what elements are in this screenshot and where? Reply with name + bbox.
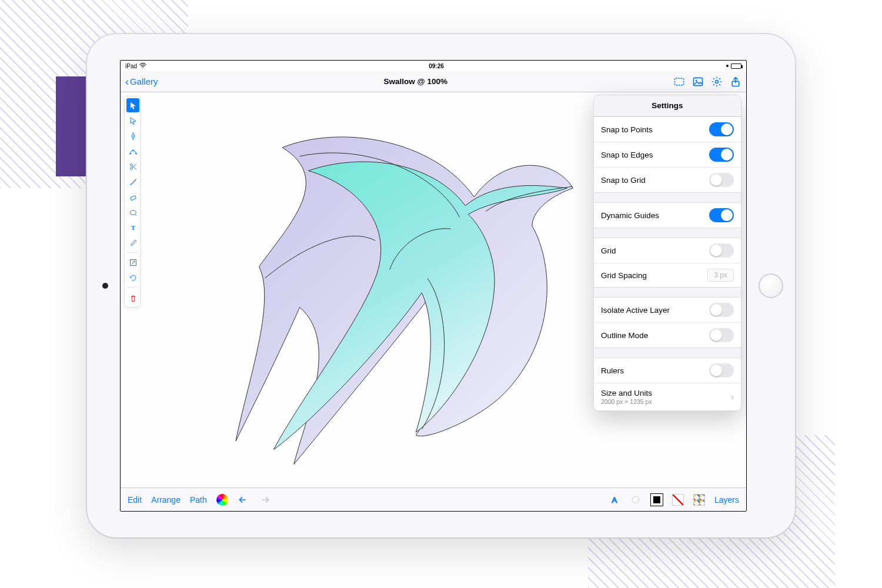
svg-point-3 xyxy=(716,80,719,83)
svg-text:A: A xyxy=(612,496,617,505)
decorative-purple-block xyxy=(56,76,91,176)
fill-swatch[interactable] xyxy=(672,494,684,506)
svg-point-5 xyxy=(132,135,133,136)
toggle-snap-grid[interactable] xyxy=(709,173,734,187)
chevron-left-icon: ‹ xyxy=(125,76,129,87)
charging-icon xyxy=(726,65,729,67)
rotate-tool[interactable] xyxy=(126,270,139,285)
brush-tool[interactable] xyxy=(126,175,139,189)
sub-size-units: 2000 px × 1235 px xyxy=(601,398,652,405)
row-grid: Grid xyxy=(594,238,741,263)
status-bar: iPad 09:26 xyxy=(121,61,746,71)
label-outline-mode: Outline Mode xyxy=(601,331,648,340)
ipad-home-button[interactable] xyxy=(759,273,783,298)
svg-rect-11 xyxy=(130,195,136,200)
back-label: Gallery xyxy=(130,76,158,86)
tool-palette: T xyxy=(124,96,141,308)
label-snap-grid: Snap to Grid xyxy=(601,176,646,185)
toggle-dynamic-guides[interactable] xyxy=(709,208,734,222)
settings-group-view: Isolate Active Layer Outline Mode xyxy=(594,297,741,348)
add-anchor-tool[interactable] xyxy=(126,144,139,158)
navigation-bar: ‹ Gallery Swallow @ 100% xyxy=(121,71,746,92)
share-icon[interactable] xyxy=(730,76,741,88)
pen-tool[interactable] xyxy=(126,129,139,143)
edit-menu[interactable]: Edit xyxy=(128,495,142,505)
svg-point-8 xyxy=(132,149,134,151)
select-tool[interactable] xyxy=(126,98,139,112)
label-isolate-layer: Isolate Active Layer xyxy=(601,306,670,315)
swatches-icon[interactable] xyxy=(693,494,705,506)
row-isolate-layer: Isolate Active Layer xyxy=(594,298,741,322)
toggle-grid[interactable] xyxy=(709,243,734,258)
label-grid-spacing: Grid Spacing xyxy=(601,271,647,280)
row-dynamic-guides: Dynamic Guides xyxy=(594,203,741,228)
layers-button[interactable]: Layers xyxy=(714,495,739,505)
undo-button[interactable] xyxy=(238,494,249,506)
row-size-units[interactable]: Size and Units 2000 px × 1235 px › xyxy=(594,383,741,410)
device-label: iPad xyxy=(125,63,137,69)
settings-group-grid: Grid Grid Spacing 3 px xyxy=(594,238,741,288)
eraser-tool[interactable] xyxy=(126,190,139,204)
toggle-isolate-layer[interactable] xyxy=(709,303,734,317)
label-rulers: Rulers xyxy=(601,366,624,375)
svg-text:T: T xyxy=(131,224,135,231)
label-dynamic-guides: Dynamic Guides xyxy=(601,211,659,220)
direct-select-tool[interactable] xyxy=(126,113,139,128)
battery-icon xyxy=(731,64,741,69)
color-wheel-icon[interactable] xyxy=(216,494,228,506)
arrange-menu[interactable]: Arrange xyxy=(151,495,181,505)
label-snap-edges: Snap to Edges xyxy=(601,151,653,159)
status-time: 09:26 xyxy=(146,63,726,69)
toggle-outline-mode[interactable] xyxy=(709,328,734,342)
settings-group-guides: Dynamic Guides xyxy=(594,202,741,228)
text-style-icon[interactable]: A xyxy=(609,494,620,506)
svg-point-2 xyxy=(696,79,697,81)
svg-point-7 xyxy=(135,153,137,155)
toggle-snap-points[interactable] xyxy=(709,122,734,136)
toggle-snap-edges[interactable] xyxy=(709,148,734,162)
gear-icon[interactable] xyxy=(711,76,723,88)
row-outline-mode: Outline Mode xyxy=(594,322,741,348)
value-grid-spacing[interactable]: 3 px xyxy=(707,269,734,282)
row-rulers: Rulers xyxy=(594,358,741,383)
path-menu[interactable]: Path xyxy=(190,495,207,505)
trash-tool[interactable] xyxy=(126,291,139,305)
svg-point-12 xyxy=(130,210,136,215)
toggle-rulers[interactable] xyxy=(709,363,734,377)
bottom-toolbar: Edit Arrange Path A Layers xyxy=(121,487,746,511)
ipad-camera xyxy=(102,283,108,289)
tool-divider xyxy=(127,252,138,253)
text-tool[interactable]: T xyxy=(126,220,139,235)
selection-icon[interactable] xyxy=(673,76,685,88)
canvas-area[interactable]: T Settings xyxy=(121,92,746,487)
scissors-tool[interactable] xyxy=(126,159,139,173)
chevron-right-icon: › xyxy=(731,392,734,402)
back-button[interactable]: ‹ Gallery xyxy=(125,76,158,87)
label-snap-points: Snap to Points xyxy=(601,125,653,134)
settings-popover: Settings Snap to Points Snap to Edges Sn… xyxy=(593,95,741,412)
eyedropper-tool[interactable] xyxy=(126,236,139,250)
redo-button[interactable] xyxy=(259,494,270,506)
popover-title: Settings xyxy=(594,95,741,116)
row-snap-points: Snap to Points xyxy=(594,117,741,142)
tool-divider xyxy=(127,287,138,288)
row-snap-edges: Snap to Edges xyxy=(594,142,741,167)
scale-tool[interactable] xyxy=(126,255,139,269)
svg-point-16 xyxy=(632,496,639,503)
svg-rect-0 xyxy=(675,78,684,85)
wifi-icon xyxy=(139,63,146,69)
stroke-swatch[interactable] xyxy=(651,494,663,506)
svg-point-6 xyxy=(129,153,131,155)
ipad-frame: iPad 09:26 ‹ Gallery Swallow @ 100% xyxy=(87,34,795,537)
settings-group-doc: Rulers Size and Units 2000 px × 1235 px … xyxy=(594,358,741,411)
row-snap-grid: Snap to Grid xyxy=(594,167,741,192)
image-icon[interactable] xyxy=(692,76,704,88)
shadow-icon[interactable] xyxy=(630,494,642,506)
app-screen: iPad 09:26 ‹ Gallery Swallow @ 100% xyxy=(120,60,747,512)
label-grid: Grid xyxy=(601,246,616,255)
row-grid-spacing: Grid Spacing 3 px xyxy=(594,263,741,287)
settings-group-snap: Snap to Points Snap to Edges Snap to Gri… xyxy=(594,116,741,193)
shape-tool[interactable] xyxy=(126,205,139,219)
document-title: Swallow @ 100% xyxy=(158,77,673,86)
label-size-units: Size and Units xyxy=(601,389,652,397)
